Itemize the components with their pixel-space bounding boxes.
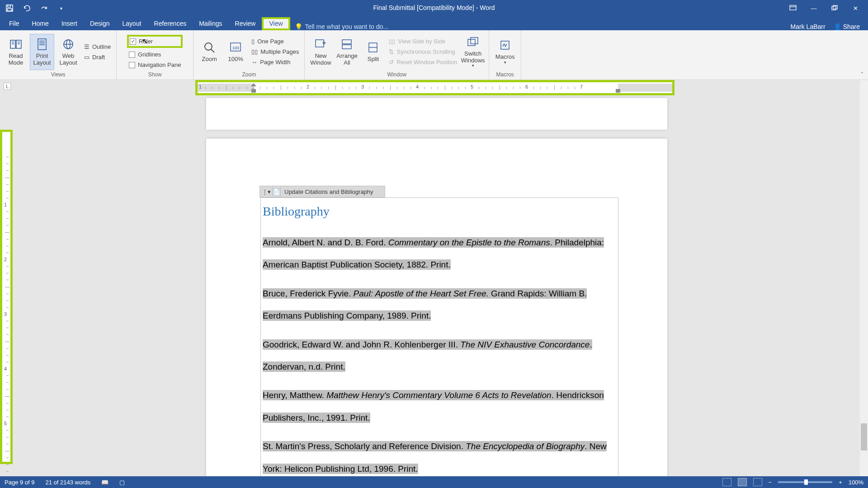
bibliography-entry[interactable]: Arnold, Albert N. and D. B. Ford. Commen… [263, 231, 616, 276]
group-views-label: Views [4, 71, 113, 79]
svg-rect-26 [342, 45, 351, 49]
close-icon[interactable]: ✕ [851, 5, 860, 12]
tab-selector[interactable]: L [4, 83, 11, 90]
switch-windows-button[interactable]: Switch Windows ▾ [461, 34, 485, 70]
tell-me-placeholder: Tell me what you want to do... [305, 23, 388, 30]
group-window: New Window Arrange All Split ▯▯View Side… [305, 30, 489, 80]
account-name[interactable]: Mark LaBarr [791, 23, 826, 30]
print-layout-button[interactable]: Print Layout [30, 34, 54, 70]
tab-design[interactable]: Design [84, 17, 116, 30]
tab-view[interactable]: View [262, 17, 290, 30]
zoom-in-button[interactable]: + [839, 479, 842, 486]
tab-references[interactable]: References [148, 17, 193, 30]
page-number-status[interactable]: Page 9 of 9 [5, 479, 35, 486]
document-body[interactable]: Bibliography Arnold, Albert N. and D. B.… [260, 197, 618, 488]
minimize-icon[interactable]: — [809, 5, 818, 12]
arrange-all-label: Arrange All [335, 53, 359, 66]
collapse-ribbon-icon[interactable]: ˄ [861, 71, 863, 78]
side-by-side-icon: ▯▯ [389, 38, 395, 45]
tab-insert[interactable]: Insert [55, 17, 84, 30]
one-page-button[interactable]: ▯One Page [250, 38, 301, 45]
zoom-100-button[interactable]: 100 100% [223, 34, 248, 70]
page-width-icon: ↔ [251, 59, 257, 66]
macros-button[interactable]: Macros ▾ [493, 34, 517, 70]
redo-icon[interactable] [39, 3, 49, 13]
new-window-button[interactable]: New Window [308, 34, 333, 70]
zoom-icon [202, 41, 217, 54]
web-layout-view-icon[interactable] [753, 478, 762, 486]
page-width-label: Page Width [260, 59, 290, 66]
tell-me-search[interactable]: 💡 Tell me what you want to do... [290, 23, 388, 30]
zoom-slider[interactable] [778, 481, 832, 483]
share-button[interactable]: 👤 Share [834, 23, 860, 30]
gridlines-label: Gridlines [138, 51, 161, 58]
page-width-button[interactable]: ↔Page Width [250, 58, 301, 66]
qat-customize-icon[interactable]: ▾ [56, 3, 66, 13]
group-window-label: Window [308, 71, 485, 79]
gridlines-checkbox[interactable]: Gridlines [127, 51, 183, 58]
bibliography-entry[interactable]: Goodrick, Edward W. and John R. Kohlenbe… [263, 333, 616, 378]
word-count-status[interactable]: 21 of 2143 words [46, 479, 91, 486]
navigation-pane-checkbox[interactable]: Navigation Pane [127, 61, 183, 69]
print-layout-label: Print Layout [30, 53, 54, 66]
save-icon[interactable] [5, 3, 14, 13]
tab-mailings[interactable]: Mailings [193, 17, 228, 30]
group-macros: Macros ▾ Macros [489, 30, 521, 80]
svg-rect-29 [468, 39, 475, 46]
multiple-pages-icon: ▯▯ [251, 48, 258, 55]
arrange-all-button[interactable]: Arrange All [335, 34, 359, 70]
draft-button[interactable]: ▭Draft [82, 53, 113, 61]
horizontal-ruler[interactable]: 11234567 [195, 80, 675, 95]
tab-layout[interactable]: Layout [116, 17, 148, 30]
bibliography-entry[interactable]: Henry, Matthew. Matthew Henry's Commenta… [263, 384, 616, 429]
group-views: Read Mode Print Layout Web Layout ☰Outli… [0, 30, 117, 80]
spelling-status-icon[interactable]: 📖 [101, 479, 108, 486]
split-icon [365, 41, 381, 54]
svg-text:100: 100 [232, 46, 239, 50]
chevron-down-icon: ▾ [504, 61, 506, 65]
multiple-pages-button[interactable]: ▯▯Multiple Pages [250, 48, 301, 56]
ruler-checkbox[interactable]: ✓ Ruler ↖ [127, 35, 183, 48]
ribbon-display-options-icon[interactable] [788, 5, 797, 12]
web-layout-button[interactable]: Web Layout [56, 34, 80, 70]
ribbon: Read Mode Print Layout Web Layout ☰Outli… [0, 30, 868, 80]
field-handle-icon[interactable]: ⋮▾ [260, 186, 273, 197]
bibliography-entry[interactable]: Bruce, Frederick Fyvie. Paul: Apostle of… [263, 282, 616, 327]
chevron-down-icon: ▾ [472, 64, 474, 68]
bibliography-field-control[interactable]: ⋮▾ 📄 Update Citations and Bibliography [259, 186, 385, 197]
bibliography-entry[interactable]: St. Martin's Press, Scholarly and Refere… [263, 435, 616, 480]
update-field-icon[interactable]: 📄 [273, 186, 281, 197]
tab-review[interactable]: Review [229, 17, 262, 30]
read-mode-view-icon[interactable] [722, 478, 731, 486]
macro-recording-icon[interactable]: ▢ [119, 479, 125, 486]
read-mode-button[interactable]: Read Mode [4, 34, 28, 70]
vertical-scrollbar[interactable] [860, 80, 868, 476]
zoom-level[interactable]: 100% [849, 479, 863, 486]
svg-line-19 [211, 49, 214, 52]
split-button[interactable]: Split [361, 34, 385, 70]
vertical-ruler[interactable]: 12345 [0, 130, 13, 464]
web-layout-label: Web Layout [56, 53, 80, 66]
status-bar: Page 9 of 9 21 of 2143 words 📖 ▢ − + 100… [0, 476, 868, 488]
outline-button[interactable]: ☰Outline [82, 43, 113, 51]
read-mode-icon [8, 38, 24, 51]
tab-file[interactable]: File [3, 17, 26, 30]
print-layout-view-icon[interactable] [738, 478, 747, 486]
switch-windows-icon [465, 35, 481, 49]
reset-window-position-button: ↺Reset Window Position [387, 58, 459, 66]
quick-access-toolbar: ▾ [0, 3, 66, 13]
zoom-out-button[interactable]: − [769, 479, 772, 486]
zoom-slider-thumb[interactable] [804, 479, 808, 485]
zoom-button[interactable]: Zoom [197, 34, 222, 70]
scrollbar-thumb[interactable] [861, 423, 867, 450]
svg-rect-2 [7, 9, 12, 11]
maximize-icon[interactable] [830, 5, 839, 12]
sync-scroll-icon: ⇅ [389, 48, 394, 55]
zoom-100-icon: 100 [228, 41, 243, 54]
tab-home[interactable]: Home [26, 17, 55, 30]
reset-window-icon: ↺ [389, 59, 394, 66]
svg-rect-30 [471, 38, 478, 44]
undo-icon[interactable] [22, 3, 32, 13]
outline-label: Outline [92, 43, 111, 50]
multiple-pages-label: Multiple Pages [260, 48, 299, 55]
